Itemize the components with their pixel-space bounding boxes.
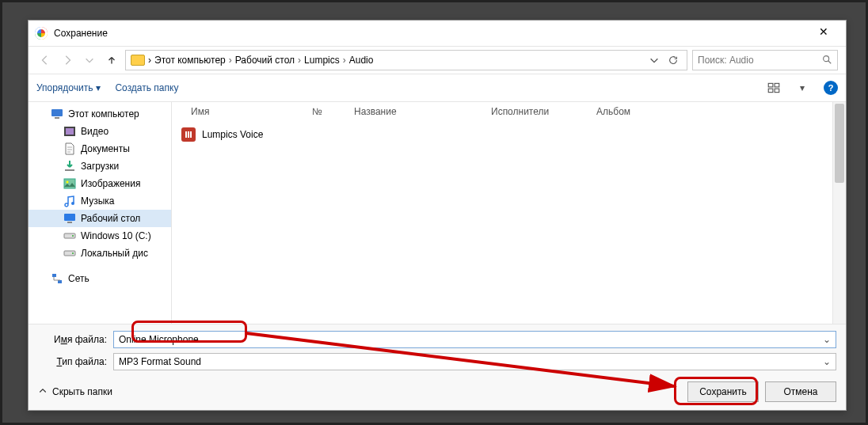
col-album[interactable]: Альбом [592,106,697,117]
button-label: Сохранить [699,386,747,397]
svg-rect-1 [768,83,773,87]
breadcrumb[interactable]: › Этот компьютер› Рабочий стол› Lumpics›… [125,50,687,70]
filename-label: Имя файла: [38,334,113,345]
sidebar-item-label: Загрузки [81,161,119,172]
sidebar-item-this-pc[interactable]: Этот компьютер [29,105,171,123]
sidebar: Этот компьютер Видео Документы Загрузки … [29,102,172,324]
help-button[interactable]: ? [824,81,838,95]
button-label: Упорядочить [36,82,93,93]
filetype-value: MP3 Format Sound [119,356,201,367]
document-icon [63,142,76,155]
search-placeholder: Поиск: Audio [698,55,754,66]
svg-point-12 [71,202,74,205]
crumb-label: Этот компьютер [154,55,226,66]
sidebar-item-local-disk[interactable]: Локальный дис [29,245,171,262]
crumb-2[interactable]: Lumpics› [304,55,346,66]
svg-point-11 [67,181,69,184]
filename-field-wrap: ⌄ [113,331,836,348]
save-button[interactable]: Сохранить [687,381,759,402]
sidebar-item-network[interactable]: Сеть [29,270,171,287]
list-item[interactable]: Lumpics Voice [181,126,823,143]
sidebar-item-music[interactable]: Музыка [29,192,171,210]
button-label: Создать папку [115,82,178,93]
view-options-button[interactable] [767,81,781,95]
search-icon [821,54,832,67]
sidebar-item-documents[interactable]: Документы [29,140,171,157]
recent-dropdown-icon[interactable] [81,51,98,69]
sidebar-item-label: Windows 10 (C:) [81,230,151,241]
scrollbar-thumb[interactable] [835,104,844,183]
forward-button[interactable] [59,51,76,69]
chevron-up-icon [38,386,48,398]
sidebar-item-label: Изображения [81,178,140,189]
new-folder-button[interactable]: Создать папку [115,82,178,93]
titlebar: Сохранение ✕ [29,21,846,47]
chevron-down-icon[interactable]: ⌄ [820,331,833,348]
monitor-icon [51,108,63,120]
search-input[interactable]: Поиск: Audio [692,50,838,70]
window-title: Сохранение [54,28,108,39]
filename-input[interactable] [113,331,836,348]
sidebar-item-label: Видео [81,126,108,137]
close-button[interactable]: ✕ [808,25,839,41]
network-icon [51,272,63,285]
sidebar-item-videos[interactable]: Видео [29,123,171,140]
up-button[interactable] [103,51,120,69]
hide-folders-label: Скрыть папки [52,386,112,397]
dialog-body: Этот компьютер Видео Документы Загрузки … [29,102,846,324]
chevron-down-icon[interactable]: ⌄ [820,353,833,370]
audio-file-icon [181,127,196,142]
sidebar-item-downloads[interactable]: Загрузки [29,157,171,175]
col-trackno[interactable]: № [307,106,349,117]
filetype-combo[interactable]: MP3 Format Sound [113,353,836,370]
cancel-button[interactable]: Отмена [765,381,836,402]
chrome-icon [35,27,48,40]
refresh-button[interactable] [664,51,682,69]
col-name[interactable]: Имя [186,106,307,117]
sidebar-item-label: Сеть [68,273,89,284]
crumb-label: Lumpics [304,55,340,66]
sidebar-item-pictures[interactable]: Изображения [29,175,171,192]
sidebar-item-label: Этот компьютер [68,108,139,120]
video-icon [63,125,76,138]
organize-button[interactable]: Упорядочить▾ [36,82,101,93]
save-dialog: Сохранение ✕ › Этот компьютер› Рабочий с… [28,20,847,411]
scrollbar[interactable] [832,102,846,324]
svg-rect-4 [775,89,779,93]
command-row: Упорядочить▾ Создать папку ▾ ? [29,74,846,102]
button-row: Скрыть папки Сохранить Отмена [38,381,836,402]
hide-folders-button[interactable]: Скрыть папки [38,386,112,398]
nav-row: › Этот компьютер› Рабочий стол› Lumpics›… [29,47,846,74]
screenshot-frame: Сохранение ✕ › Этот компьютер› Рабочий с… [0,0,868,425]
image-icon [63,177,76,190]
crumb-label: Рабочий стол [235,55,295,66]
view-dropdown-icon[interactable]: ▾ [795,81,809,95]
back-button[interactable] [36,51,54,69]
svg-rect-8 [66,128,74,135]
crumb-0[interactable]: Этот компьютер› [154,55,232,66]
desktop-icon [63,212,76,225]
crumb-1[interactable]: Рабочий стол› [235,55,301,66]
sidebar-item-drive-c[interactable]: Windows 10 (C:) [29,227,171,245]
file-list[interactable]: Lumpics Voice [172,121,832,324]
sidebar-item-desktop[interactable]: Рабочий стол [29,210,171,227]
svg-point-18 [72,252,74,254]
svg-rect-2 [775,83,779,87]
svg-rect-9 [65,169,74,171]
file-name: Lumpics Voice [202,129,263,140]
sidebar-item-label: Музыка [81,195,114,207]
chevron-right-icon: › [298,55,301,66]
column-headers: Имя № Название Исполнители Альбом [172,102,832,121]
col-title[interactable]: Название [349,106,486,117]
chevron-down-icon: ▾ [96,82,101,93]
path-dropdown-icon[interactable] [645,51,663,69]
form-fields: Имя файла: ⌄ Тип файла: MP3 Format Sound… [38,331,836,370]
filetype-label: Тип файла: [38,356,113,367]
svg-rect-3 [768,89,773,93]
crumb-3[interactable]: Audio [349,55,374,66]
bottom-panel: Имя файла: ⌄ Тип файла: MP3 Format Sound… [29,324,846,410]
col-artists[interactable]: Исполнители [486,106,592,117]
drive-icon [63,230,76,242]
download-icon [63,160,76,173]
svg-point-0 [824,55,829,61]
